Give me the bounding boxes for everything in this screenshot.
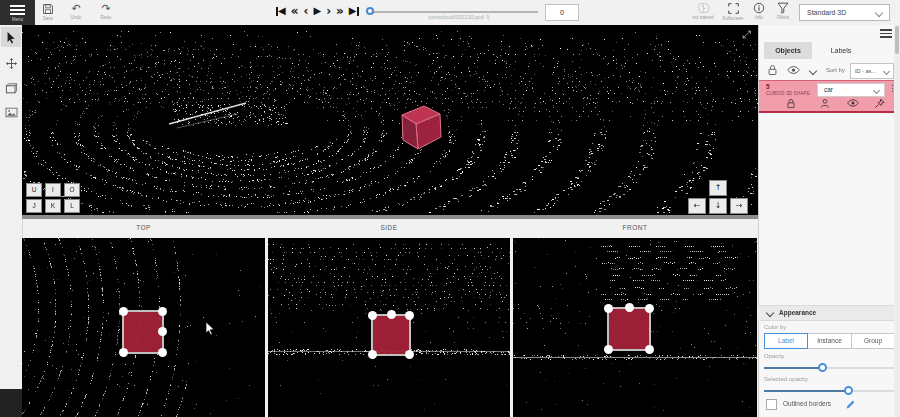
move-tool-button[interactable]: [1, 53, 21, 73]
visibility-all-button[interactable]: [787, 65, 800, 75]
frame-number-input[interactable]: [545, 4, 579, 21]
main-3d-viewport[interactable]: [22, 25, 758, 215]
bbox-handle[interactable]: [645, 345, 654, 354]
move-icon: [5, 57, 18, 70]
undo-button[interactable]: ↶ Undo: [63, 2, 89, 20]
panel-scrollbar[interactable]: [894, 25, 900, 417]
link-icon: [485, 14, 491, 20]
bbox-handle[interactable]: [119, 307, 128, 316]
step-forward-button[interactable]: ›: [326, 4, 331, 18]
tab-objects[interactable]: Objects: [764, 42, 812, 59]
menu-label: Menu: [0, 17, 35, 22]
info-button[interactable]: Info: [746, 2, 772, 20]
collapse-chevron-icon: [766, 309, 774, 317]
menu-button[interactable]: Menu: [0, 0, 35, 25]
outlined-borders-label: Outlined borders: [783, 400, 831, 407]
arrow-right-button[interactable]: →: [730, 198, 748, 214]
bbox-handle[interactable]: [405, 350, 414, 359]
object-type: CUBOID 3D SHAPE: [766, 91, 810, 96]
fullscreen-button[interactable]: Fullscreen: [720, 2, 746, 21]
edit-pencil-icon[interactable]: [845, 399, 856, 410]
person-icon: [820, 98, 830, 109]
expand-view-icon[interactable]: ⤢: [742, 28, 751, 41]
fast-rewind-button[interactable]: «: [291, 4, 299, 18]
play-button[interactable]: ▶: [313, 4, 321, 18]
redo-button[interactable]: ↷ Redo: [93, 2, 119, 20]
lock-all-button[interactable]: [767, 64, 778, 76]
bbox-handle[interactable]: [158, 327, 167, 336]
frame-slider-handle[interactable]: [366, 7, 374, 15]
cuboid-tool-button[interactable]: [1, 78, 21, 98]
skip-start-button[interactable]: ◀: [276, 4, 286, 18]
object-pin-button[interactable]: [874, 98, 886, 110]
bbox-handle[interactable]: [119, 348, 128, 357]
panel-options-icon[interactable]: [880, 29, 892, 38]
color-by-label-button[interactable]: Label: [764, 333, 808, 349]
horizontal-divider: [22, 215, 758, 219]
fast-forward-button[interactable]: »: [336, 4, 344, 18]
object-visibility-button[interactable]: [847, 98, 859, 110]
bbox-handle[interactable]: [405, 311, 414, 320]
bbox-handle[interactable]: [604, 345, 613, 354]
front-view-bbox[interactable]: [607, 307, 651, 351]
top-toolbar: Menu Save ↶ Undo ↷ Redo ◀ « ‹ ▶: [0, 0, 900, 26]
selected-opacity-slider-handle[interactable]: [844, 386, 853, 395]
bbox-handle[interactable]: [158, 348, 167, 357]
color-by-group-button[interactable]: Group: [851, 333, 895, 349]
arrow-down-button[interactable]: ↓: [709, 198, 727, 214]
top-view-bbox[interactable]: [122, 310, 164, 354]
fullscreen-icon: [720, 3, 746, 16]
object-class-dropdown[interactable]: car: [817, 83, 885, 97]
filters-button[interactable]: Filters: [770, 2, 796, 20]
playback-controls: ◀ « ‹ ▶ › » ▶: [276, 3, 359, 19]
image-icon: [5, 107, 18, 118]
mode-dropdown[interactable]: Standard 3D: [799, 4, 890, 21]
panel-scrollbar-thumb[interactable]: [895, 26, 899, 54]
save-button[interactable]: Save: [35, 2, 61, 21]
keypad-button-l[interactable]: L: [64, 199, 80, 213]
sort-dropdown-value: ID - as...: [855, 68, 876, 74]
bbox-handle[interactable]: [368, 350, 377, 359]
model-status: not trained: [690, 2, 716, 20]
frame-slider-track[interactable]: [370, 11, 538, 13]
object-author-button[interactable]: [820, 98, 832, 110]
tab-labels[interactable]: Labels: [820, 42, 862, 59]
bbox-handle[interactable]: [158, 307, 167, 316]
side-view-bbox[interactable]: [371, 314, 411, 356]
step-back-button[interactable]: ‹: [303, 4, 308, 18]
object-lock-button[interactable]: [786, 98, 798, 110]
keypad-button-j[interactable]: J: [26, 199, 42, 213]
select-tool-button[interactable]: [1, 27, 21, 47]
bbox-handle[interactable]: [625, 303, 634, 312]
bbox-handle[interactable]: [604, 304, 613, 313]
filename-label: pointcloud/001210.pcd: [385, 14, 535, 20]
bbox-handle[interactable]: [645, 304, 654, 313]
appearance-title: Appearance: [779, 309, 816, 316]
cuboid-3d-annotation[interactable]: [394, 103, 446, 155]
save-icon: [35, 3, 61, 16]
opacity-slider-handle[interactable]: [818, 363, 827, 372]
side-view-label: SIDE: [268, 224, 510, 231]
brain-icon: [690, 2, 716, 15]
arrow-up-button[interactable]: ↑: [709, 180, 727, 196]
selected-opacity-label: Selected opacity: [764, 376, 808, 382]
keypad-button-k[interactable]: K: [45, 199, 61, 213]
outlined-borders-checkbox[interactable]: [766, 399, 777, 410]
opacity-slider[interactable]: [764, 361, 895, 375]
color-by-instance-button[interactable]: Instance: [807, 333, 852, 349]
keypad-button-i[interactable]: I: [45, 183, 61, 197]
bbox-handle[interactable]: [368, 311, 377, 320]
keypad-button-u[interactable]: U: [26, 183, 42, 197]
image-tool-button[interactable]: [1, 102, 21, 122]
skip-end-button[interactable]: ▶: [349, 4, 359, 18]
sort-dropdown[interactable]: ID - as...: [850, 63, 894, 79]
sort-by-label: Sort by: [826, 67, 845, 73]
appearance-section-header[interactable]: Appearance: [758, 305, 900, 321]
bbox-handle[interactable]: [387, 310, 396, 319]
cursor-icon: [6, 31, 17, 44]
selected-opacity-slider[interactable]: [764, 384, 895, 398]
keypad-button-o[interactable]: O: [64, 183, 80, 197]
arrow-left-button[interactable]: ←: [688, 198, 706, 214]
lock-icon: [786, 98, 796, 109]
front-view-label: FRONT: [513, 224, 757, 231]
